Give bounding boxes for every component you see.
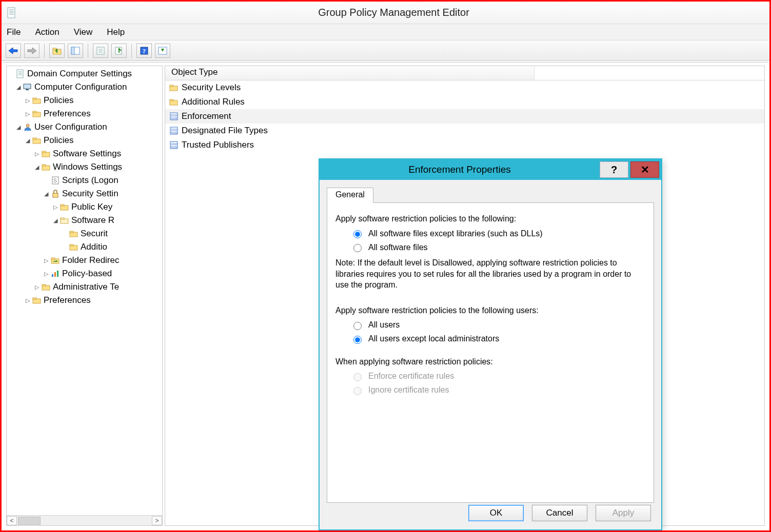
up-level-button[interactable] <box>49 44 65 58</box>
tree-item-policy-based[interactable]: ▷ Policy-based <box>7 267 162 280</box>
help-button[interactable]: ? <box>136 44 152 58</box>
tree-label: Policies <box>43 95 74 106</box>
expander-closed-icon[interactable]: ▷ <box>24 97 31 104</box>
list-item[interactable]: 10100101Enforcement <box>165 109 764 124</box>
folder-redirect-icon <box>50 256 61 265</box>
svg-rect-50 <box>52 274 53 277</box>
tree-view[interactable]: Domain Computer Settings ◢ Computer Conf… <box>7 66 162 515</box>
svg-text:0101: 0101 <box>171 117 178 120</box>
ok-button[interactable]: OK <box>468 505 524 521</box>
export-button[interactable] <box>111 44 127 58</box>
tree-label: Security Settin <box>61 189 118 199</box>
radio-label: All software files <box>368 243 428 252</box>
scroll-left-arrow[interactable]: < <box>7 516 17 525</box>
dialog-help-button[interactable]: ? <box>600 161 628 178</box>
chart-icon <box>50 269 61 278</box>
folder-icon <box>31 109 43 118</box>
folder-icon <box>41 282 52 292</box>
tree-item-computer-configuration[interactable]: ◢ Computer Configuration <box>7 80 162 94</box>
outer-frame: Group Policy Management Editor File Acti… <box>0 0 771 532</box>
svg-rect-56 <box>33 298 36 299</box>
forward-button[interactable] <box>24 44 39 58</box>
scroll-right-arrow[interactable]: > <box>152 516 162 525</box>
tree-item-user-configuration[interactable]: ◢ User Configuration <box>7 120 162 134</box>
tree-item-admin-templates[interactable]: ▷ Administrative Te <box>7 280 162 294</box>
tree-root[interactable]: Domain Computer Settings <box>7 67 162 80</box>
expander-open-icon[interactable]: ◢ <box>24 137 31 144</box>
tree-item-scripts[interactable]: S Scripts (Logon <box>7 174 162 187</box>
radio-all-users[interactable]: All users <box>351 320 645 330</box>
tree-item-security-settings[interactable]: ◢ Security Settin <box>7 187 162 200</box>
expander-open-icon[interactable]: ◢ <box>15 84 22 91</box>
menu-help[interactable]: Help <box>107 27 125 37</box>
properties-button[interactable] <box>93 44 108 58</box>
svg-rect-51 <box>54 272 56 277</box>
tree-item-uc-policies[interactable]: ◢ Policies <box>7 134 162 147</box>
expander-closed-icon[interactable]: ▷ <box>43 257 50 264</box>
radio-label: All users <box>368 320 400 330</box>
radio-files-except-libs[interactable]: All software files except libraries (suc… <box>351 229 645 238</box>
radio-label: Ignore certificate rules <box>368 385 449 395</box>
tab-strip: General <box>327 187 654 202</box>
radio-input[interactable] <box>353 230 362 238</box>
svg-text:0101: 0101 <box>171 131 178 134</box>
list-item[interactable]: Security Levels <box>165 80 764 95</box>
expander-closed-icon[interactable]: ▷ <box>52 204 59 211</box>
tree-item-uc-preferences[interactable]: ▷ Preferences <box>7 294 162 307</box>
tree-item-additional-rules[interactable]: Additio <box>7 240 162 254</box>
column-header-object-type[interactable]: Object Type <box>165 66 535 80</box>
list-item-label: Enforcement <box>182 111 231 121</box>
tree-item-windows-settings[interactable]: ◢ Windows Settings <box>7 160 162 174</box>
menu-file[interactable]: File <box>7 27 21 37</box>
filter-button[interactable] <box>155 44 170 58</box>
tree-item-policies[interactable]: ▷ Policies <box>7 94 162 107</box>
menu-action[interactable]: Action <box>35 27 59 37</box>
radio-all-files[interactable]: All software files <box>351 242 645 252</box>
dialog-titlebar[interactable]: Enforcement Properties ? ✕ <box>320 159 661 180</box>
expander-open-icon[interactable]: ◢ <box>43 191 50 197</box>
svg-rect-10 <box>71 47 74 54</box>
folder-icon <box>59 202 70 212</box>
tree-item-folder-redirection[interactable]: ▷ Folder Redirec <box>7 254 162 267</box>
menubar: File Action View Help <box>2 24 769 40</box>
tree-item-security-levels[interactable]: Securit <box>7 227 162 240</box>
tree-item-software-settings[interactable]: ▷ Software Settings <box>7 147 162 160</box>
svg-rect-8 <box>53 48 56 50</box>
expander-open-icon[interactable]: ◢ <box>15 124 22 131</box>
window-title: Group Policy Management Editor <box>23 7 764 18</box>
tree-horizontal-scrollbar[interactable]: < > <box>7 515 162 525</box>
list-item[interactable]: Additional Rules <box>165 95 764 109</box>
dialog-close-button[interactable]: ✕ <box>630 161 659 178</box>
expander-closed-icon[interactable]: ▷ <box>43 271 50 277</box>
dialog-button-row: OK Cancel Apply <box>468 505 651 521</box>
svg-rect-43 <box>61 218 64 219</box>
tree-label: Securit <box>80 229 108 239</box>
show-hide-tree-button[interactable] <box>68 44 83 58</box>
radio-input[interactable] <box>353 336 362 344</box>
expander-closed-icon[interactable]: ▷ <box>33 151 41 157</box>
expander-open-icon[interactable]: ◢ <box>52 217 59 224</box>
cancel-button[interactable]: Cancel <box>532 505 587 521</box>
radio-input[interactable] <box>353 244 362 252</box>
expander-closed-icon[interactable]: ▷ <box>33 284 41 291</box>
svg-rect-36 <box>42 165 46 166</box>
tree-item-software-restriction[interactable]: ◢ Software R <box>7 214 162 227</box>
expander-open-icon[interactable]: ◢ <box>33 164 41 171</box>
expander-closed-icon[interactable]: ▷ <box>24 111 31 117</box>
tree-item-preferences[interactable]: ▷ Preferences <box>7 107 162 120</box>
list-header[interactable]: Object Type <box>165 66 764 80</box>
back-button[interactable] <box>6 44 21 58</box>
tree-label: Scripts (Logon <box>61 175 118 186</box>
tree-label: Software Settings <box>52 149 121 159</box>
list-item[interactable]: 10100101Trusted Publishers <box>165 138 764 152</box>
radio-users-except-admins[interactable]: All users except local administrators <box>351 334 645 344</box>
list-item[interactable]: 10100101Designated File Types <box>165 124 764 138</box>
note-text: Note: If the default level is Disallowed… <box>335 257 645 291</box>
radio-input[interactable] <box>353 322 362 330</box>
scroll-thumb[interactable] <box>18 517 41 525</box>
menu-view[interactable]: View <box>74 27 93 37</box>
tree-item-public-key[interactable]: ▷ Public Key <box>7 200 162 214</box>
tab-general[interactable]: General <box>327 188 373 203</box>
svg-marker-5 <box>9 48 17 54</box>
expander-closed-icon[interactable]: ▷ <box>24 297 31 304</box>
